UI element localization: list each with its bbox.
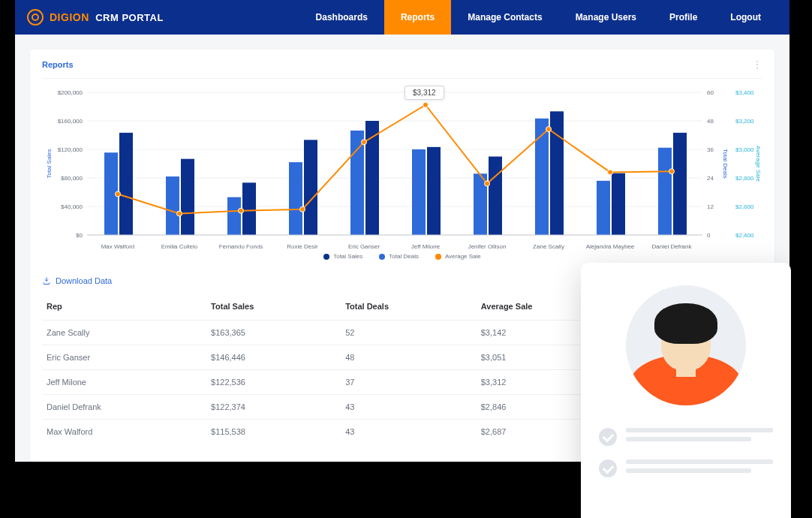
nav-item-dashboards[interactable]: Dashboards (299, 0, 384, 35)
svg-point-61 (362, 140, 367, 145)
svg-point-66 (669, 169, 675, 174)
svg-text:$80,000: $80,000 (61, 175, 83, 182)
svg-text:Fernando Fonds: Fernando Fonds (219, 243, 263, 250)
svg-point-59 (239, 208, 244, 213)
svg-text:48: 48 (707, 118, 714, 125)
svg-rect-52 (612, 173, 625, 235)
profile-illustration-card (581, 263, 791, 518)
profile-item (599, 459, 773, 477)
download-label: Download Data (56, 276, 112, 285)
svg-rect-34 (242, 182, 256, 235)
svg-text:60: 60 (707, 89, 714, 96)
nav-item-manage-contacts[interactable]: Manage Contacts (451, 0, 558, 35)
profile-item (599, 428, 773, 446)
svg-point-62 (423, 102, 429, 107)
svg-rect-42 (412, 149, 426, 235)
check-icon (599, 428, 617, 446)
svg-text:Roxie Desir: Roxie Desir (287, 243, 318, 250)
download-icon (42, 276, 51, 285)
card-menu-icon[interactable]: ⋮ (752, 59, 762, 71)
svg-text:$160,000: $160,000 (58, 118, 83, 125)
svg-rect-43 (427, 147, 441, 235)
card-title: Reports (42, 60, 74, 69)
svg-text:Jeff Milone: Jeff Milone (411, 243, 441, 250)
nav-items: DashboardsReportsManage ContactsManage U… (299, 0, 777, 35)
svg-rect-55 (673, 133, 687, 235)
svg-point-60 (300, 206, 305, 212)
svg-rect-37 (304, 140, 317, 235)
chart: $0$40,000$80,000$120,000$160,000$200,000… (42, 85, 762, 257)
svg-rect-49 (550, 111, 564, 235)
brand-subtitle: CRM PORTAL (95, 12, 164, 23)
svg-point-64 (546, 127, 552, 132)
svg-rect-28 (119, 133, 133, 235)
nav-item-manage-users[interactable]: Manage Users (559, 0, 653, 35)
svg-rect-51 (597, 181, 610, 235)
svg-text:12: 12 (707, 203, 714, 210)
compass-icon (27, 9, 44, 26)
svg-text:$120,000: $120,000 (58, 146, 83, 153)
nav-item-reports[interactable]: Reports (384, 0, 451, 35)
svg-text:$3,000: $3,000 (735, 146, 754, 153)
svg-rect-31 (181, 159, 194, 235)
brand-name: DIGION (50, 11, 89, 23)
svg-text:Jenifer Ollison: Jenifer Ollison (468, 243, 507, 250)
svg-rect-54 (658, 148, 672, 235)
svg-text:Alejandra Maybee: Alejandra Maybee (586, 243, 635, 250)
svg-text:$40,000: $40,000 (61, 203, 83, 210)
avatar-icon (626, 285, 746, 405)
nav-item-profile[interactable]: Profile (653, 0, 714, 35)
svg-text:Total Deals: Total Deals (722, 149, 729, 179)
svg-text:0: 0 (707, 232, 711, 239)
svg-point-58 (177, 211, 182, 216)
nav-item-logout[interactable]: Logout (714, 0, 777, 35)
check-icon (599, 459, 617, 477)
svg-text:Max Walford: Max Walford (101, 243, 135, 250)
svg-rect-30 (166, 176, 179, 235)
chart-tooltip: $3,312 (404, 86, 444, 100)
column-header: Total Sales (206, 294, 341, 321)
svg-text:Daniel Defrank: Daniel Defrank (652, 243, 693, 250)
svg-rect-36 (289, 162, 302, 235)
svg-text:$2,800: $2,800 (735, 175, 754, 182)
column-header: Rep (42, 294, 206, 321)
svg-rect-33 (227, 197, 241, 235)
svg-text:Emilia Collelo: Emilia Collelo (161, 243, 198, 250)
svg-text:$0: $0 (76, 232, 83, 239)
svg-text:24: 24 (707, 175, 714, 182)
svg-rect-39 (350, 131, 364, 235)
logo: DIGION CRM PORTAL (27, 9, 164, 26)
svg-text:Eric Ganser: Eric Ganser (348, 243, 380, 250)
svg-text:$2,400: $2,400 (735, 232, 754, 239)
svg-text:$2,600: $2,600 (735, 203, 754, 210)
svg-point-57 (116, 191, 121, 197)
svg-text:$200,000: $200,000 (58, 89, 83, 96)
svg-text:Zane Scally: Zane Scally (533, 243, 564, 250)
svg-text:$3,200: $3,200 (735, 118, 754, 125)
svg-text:Average Sale: Average Sale (755, 146, 762, 182)
card-header: Reports ⋮ (42, 59, 762, 79)
svg-point-65 (608, 170, 613, 175)
column-header: Total Deals (341, 294, 477, 321)
svg-text:36: 36 (707, 146, 714, 153)
svg-text:$3,400: $3,400 (735, 89, 754, 96)
chart-svg: $0$40,000$80,000$120,000$160,000$200,000… (42, 85, 762, 257)
svg-point-63 (485, 181, 490, 186)
navbar: DIGION CRM PORTAL DashboardsReportsManag… (15, 0, 789, 35)
svg-rect-46 (489, 157, 502, 236)
svg-text:Total Sales: Total Sales (46, 149, 53, 178)
